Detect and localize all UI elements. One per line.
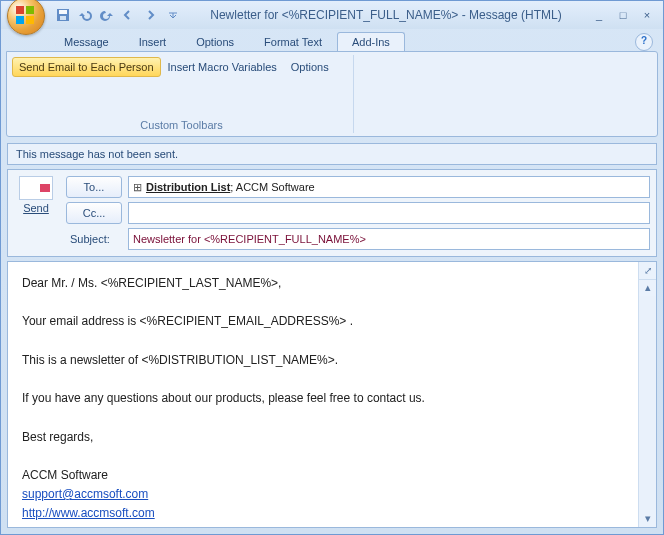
expand-dl-icon[interactable]: ⊞	[133, 181, 142, 194]
cc-button[interactable]: Cc...	[66, 202, 122, 224]
send-email-each-button[interactable]: Send Email to Each Person	[12, 57, 161, 77]
svg-rect-5	[59, 10, 67, 14]
body-line: Your email address is <%RECIPIENT_EMAIL_…	[22, 312, 624, 331]
insert-macro-button[interactable]: Insert Macro Variables	[161, 57, 284, 77]
subject-label: Subject:	[66, 233, 122, 245]
body-line: ACCM Software	[22, 466, 624, 485]
title-bar: Newletter for <%RECIPIENT_FULL_NAME%> - …	[1, 1, 663, 29]
send-button[interactable]: Send	[23, 202, 49, 214]
tab-format-text[interactable]: Format Text	[249, 32, 337, 51]
body-line: Best regards,	[22, 428, 624, 447]
tab-options[interactable]: Options	[181, 32, 249, 51]
zoom-icon[interactable]: ⤢	[639, 262, 656, 280]
svg-rect-2	[16, 16, 24, 24]
cc-field[interactable]	[128, 202, 650, 224]
close-button[interactable]: ×	[639, 9, 655, 21]
to-dl-name: ; ACCM Software	[230, 181, 314, 193]
body-line: If you have any questions about our prod…	[22, 389, 624, 408]
qat-customize-icon[interactable]	[165, 7, 181, 23]
envelope-icon	[19, 176, 53, 200]
compose-header: Send To... ⊞ Distribution List; ACCM Sof…	[7, 169, 657, 257]
info-bar: This message has not been sent.	[7, 143, 657, 165]
scroll-down-icon[interactable]: ▾	[639, 510, 656, 527]
message-body[interactable]: Dear Mr. / Ms. <%RECIPIENT_LAST_NAME%>, …	[8, 262, 638, 527]
svg-rect-1	[26, 6, 34, 14]
to-button[interactable]: To...	[66, 176, 122, 198]
support-link[interactable]: support@accmsoft.com	[22, 487, 148, 501]
website-link[interactable]: http://www.accmsoft.com	[22, 506, 155, 520]
addin-options-button[interactable]: Options	[284, 57, 336, 77]
window-title: Newletter for <%RECIPIENT_FULL_NAME%> - …	[181, 8, 591, 22]
undo-icon[interactable]	[77, 7, 93, 23]
message-body-container: Dear Mr. / Ms. <%RECIPIENT_LAST_NAME%>, …	[7, 261, 657, 528]
tab-insert[interactable]: Insert	[124, 32, 182, 51]
svg-rect-6	[60, 16, 66, 20]
tab-add-ins[interactable]: Add-Ins	[337, 32, 405, 51]
save-icon[interactable]	[55, 7, 71, 23]
message-window: Newletter for <%RECIPIENT_FULL_NAME%> - …	[0, 0, 664, 535]
tab-message[interactable]: Message	[49, 32, 124, 51]
quick-access-toolbar	[55, 7, 181, 23]
to-field[interactable]: ⊞ Distribution List; ACCM Software	[128, 176, 650, 198]
ribbon-group-label: Custom Toolbars	[10, 119, 353, 131]
to-dl-label: Distribution List	[146, 181, 230, 193]
body-line: This is a newsletter of <%DISTRIBUTION_L…	[22, 351, 624, 370]
subject-field[interactable]: Newsletter for <%RECIPIENT_FULL_NAME%>	[128, 228, 650, 250]
help-icon[interactable]: ?	[635, 33, 653, 51]
ribbon-group-custom-toolbars: Send Email to Each Person Insert Macro V…	[10, 55, 354, 133]
ribbon-tabs: Message Insert Options Format Text Add-I…	[1, 29, 663, 51]
scroll-up-icon[interactable]: ▴	[639, 279, 656, 296]
minimize-button[interactable]: _	[591, 9, 607, 21]
vertical-scrollbar[interactable]: ⤢ ▴ ▾	[638, 262, 656, 527]
svg-rect-3	[26, 16, 34, 24]
maximize-button[interactable]: □	[615, 9, 631, 21]
body-line: Dear Mr. / Ms. <%RECIPIENT_LAST_NAME%>,	[22, 274, 624, 293]
svg-rect-0	[16, 6, 24, 14]
redo-icon[interactable]	[99, 7, 115, 23]
next-item-icon[interactable]	[143, 7, 159, 23]
previous-item-icon[interactable]	[121, 7, 137, 23]
ribbon-panel: Send Email to Each Person Insert Macro V…	[6, 51, 658, 137]
